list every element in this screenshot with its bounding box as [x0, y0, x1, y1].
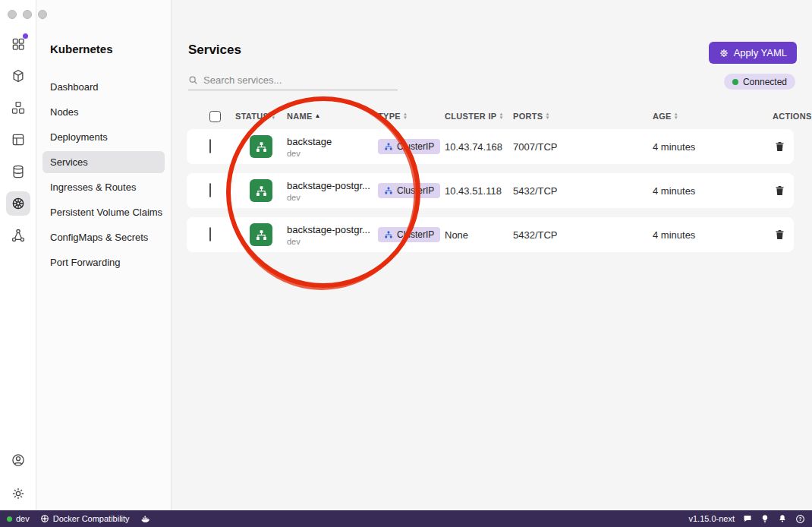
docker-wheel-icon — [40, 514, 49, 523]
column-header-age[interactable]: AGE ▲▼ — [653, 112, 773, 121]
service-type-badge: ClusterIP — [378, 183, 440, 198]
row-checkbox[interactable] — [209, 139, 211, 153]
context-name: dev — [16, 514, 30, 523]
lightbulb-icon[interactable] — [760, 514, 770, 523]
status-bar: dev Docker Compatibility v1.15.0-next — [0, 510, 812, 527]
version-label: v1.15.0-next — [688, 514, 735, 523]
column-header-actions: ACTIONS — [773, 112, 812, 121]
context-indicator[interactable]: dev — [7, 514, 30, 523]
sidebar: Kubernetes Dashboard Nodes Deployments S… — [36, 0, 172, 510]
cluster-ip-icon — [384, 230, 393, 239]
sidebar-item-dashboard[interactable]: Dashboard — [42, 76, 165, 98]
age-value: 4 minutes — [653, 141, 773, 153]
svg-text:?: ? — [799, 516, 802, 521]
cluster-ip-icon — [384, 186, 393, 195]
help-icon[interactable]: ? — [795, 514, 805, 524]
sidebar-item-nodes[interactable]: Nodes — [42, 101, 165, 123]
rail-bottom-icons — [0, 448, 36, 506]
column-header-ports[interactable]: PORTS ▲▼ — [513, 112, 653, 121]
delete-service-button[interactable] — [773, 139, 787, 154]
cluster-ip-value: 10.43.74.168 — [445, 141, 513, 153]
row-checkbox[interactable] — [209, 227, 211, 241]
apply-yaml-button[interactable]: Apply YAML — [709, 42, 797, 64]
bell-icon[interactable] — [778, 514, 787, 523]
sort-icon: ▲▼ — [674, 112, 678, 120]
apply-yaml-label: Apply YAML — [734, 47, 787, 58]
cube-icon[interactable] — [6, 64, 30, 88]
sort-icon: ▲▼ — [403, 112, 408, 120]
delete-service-button[interactable] — [773, 227, 787, 242]
table-header-row: STATUS ▲▼ NAME ▲ TYPE ▲▼ CLUSTER IP ▲▼ P… — [187, 106, 794, 126]
apply-yaml-gear-icon — [719, 48, 729, 58]
sidebar-item-deployments[interactable]: Deployments — [42, 126, 165, 148]
service-status-icon — [250, 135, 272, 158]
apps-grid-icon[interactable] — [6, 32, 30, 56]
service-type-badge: ClusterIP — [378, 227, 440, 242]
window-titlebar — [0, 0, 812, 29]
notification-dot — [23, 33, 28, 39]
service-type-badge: ClusterIP — [378, 139, 440, 154]
service-namespace: dev — [287, 193, 378, 202]
chat-bubble-icon[interactable] — [743, 514, 752, 523]
account-icon[interactable] — [6, 448, 30, 472]
sidebar-item-services[interactable]: Services — [42, 151, 165, 173]
image-box-icon[interactable] — [6, 128, 30, 152]
column-header-type[interactable]: TYPE ▲▼ — [378, 112, 445, 121]
docker-compat-label: Docker Compatibility — [53, 514, 130, 523]
table-row: backstage-postgr... dev ClusterIP None 5… — [187, 217, 794, 252]
volumes-icon[interactable] — [6, 159, 30, 184]
connected-status-badge: Connected — [724, 74, 795, 90]
context-status-dot — [7, 516, 12, 522]
page-title: Services — [188, 43, 241, 58]
minimize-window-button[interactable] — [23, 10, 32, 19]
sort-icon: ▲▼ — [271, 112, 275, 120]
column-header-name[interactable]: NAME ▲ — [287, 112, 378, 121]
sidebar-item-port-forwarding[interactable]: Port Forwarding — [42, 251, 165, 273]
search-bar — [188, 71, 398, 90]
services-table: STATUS ▲▼ NAME ▲ TYPE ▲▼ CLUSTER IP ▲▼ P… — [187, 106, 794, 261]
zoom-window-button[interactable] — [38, 10, 47, 19]
service-name[interactable]: backstage-postgr... — [287, 180, 372, 191]
containers-icon[interactable] — [6, 96, 30, 120]
select-all-checkbox[interactable] — [209, 111, 221, 122]
kubernetes-wheel-icon[interactable] — [6, 191, 30, 216]
column-header-cluster-ip[interactable]: CLUSTER IP ▲▼ — [445, 112, 513, 121]
docker-compatibility[interactable]: Docker Compatibility — [40, 514, 130, 523]
service-namespace: dev — [287, 237, 378, 246]
connected-label: Connected — [743, 77, 787, 87]
service-status-icon — [250, 179, 272, 202]
ports-value: 5432/TCP — [513, 185, 653, 197]
network-nodes-icon[interactable] — [6, 223, 30, 248]
connected-dot-icon — [732, 79, 738, 85]
sort-icon: ▲▼ — [545, 112, 549, 120]
sidebar-title: Kubernetes — [50, 43, 171, 55]
service-name[interactable]: backstage-postgr... — [287, 224, 372, 235]
traffic-lights — [8, 10, 47, 19]
age-value: 4 minutes — [653, 185, 773, 197]
search-input[interactable] — [203, 74, 398, 86]
column-header-status[interactable]: STATUS ▲▼ — [235, 112, 287, 121]
rail-top-icons — [0, 32, 36, 248]
statusbar-right: v1.15.0-next ? — [688, 514, 805, 524]
whale-icon[interactable] — [140, 514, 151, 524]
delete-service-button[interactable] — [773, 183, 787, 198]
sort-asc-icon: ▲ — [315, 113, 321, 119]
sidebar-item-pvc[interactable]: Persistent Volume Claims — [42, 201, 165, 223]
search-icon — [188, 75, 198, 85]
cluster-ip-icon — [384, 142, 393, 151]
icon-rail — [0, 0, 36, 510]
sort-icon: ▲▼ — [499, 112, 503, 120]
row-checkbox[interactable] — [209, 183, 211, 197]
table-row: backstage dev ClusterIP 10.43.74.168 700… — [187, 129, 794, 164]
close-window-button[interactable] — [8, 10, 17, 19]
age-value: 4 minutes — [653, 229, 773, 241]
sidebar-item-ingresses[interactable]: Ingresses & Routes — [42, 176, 165, 198]
sidebar-item-configmaps[interactable]: ConfigMaps & Secrets — [42, 226, 165, 248]
main-content: Services Apply YAML Connected STATUS ▲▼ — [172, 0, 812, 510]
sidebar-list: Dashboard Nodes Deployments Services Ing… — [36, 76, 171, 273]
table-row: backstage-postgr... dev ClusterIP 10.43.… — [187, 173, 794, 208]
ports-value: 7007/TCP — [513, 141, 653, 153]
service-status-icon — [250, 223, 272, 246]
settings-gear-icon[interactable] — [6, 481, 30, 506]
service-name[interactable]: backstage — [287, 136, 372, 147]
